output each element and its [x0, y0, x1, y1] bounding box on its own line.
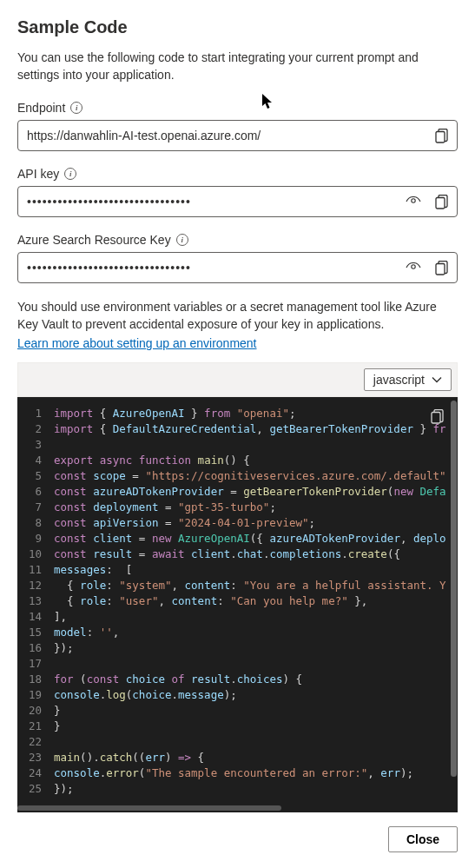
api-key-input[interactable]: [27, 195, 398, 209]
search-key-input[interactable]: [27, 261, 398, 275]
language-select[interactable]: javascript: [364, 368, 452, 391]
code-line: 21}: [17, 719, 458, 734]
code-line: 12 { role: "system", content: "You are a…: [17, 578, 458, 593]
page-title: Sample Code: [17, 17, 458, 37]
search-key-field: Azure Search Resource Key i: [17, 233, 458, 283]
copy-icon[interactable]: [429, 123, 453, 148]
scrollbar-thumb[interactable]: [17, 805, 281, 811]
info-icon[interactable]: i: [70, 102, 82, 114]
code-line: 9const client = new AzureOpenAI({ azureA…: [17, 531, 458, 547]
language-value: javascript: [373, 373, 425, 387]
code-line: 4export async function main() {: [17, 453, 458, 468]
env-link[interactable]: Learn more about setting up an environme…: [17, 336, 257, 350]
code-line: 11messages: [: [17, 562, 458, 578]
language-bar: javascript: [17, 362, 458, 397]
description: You can use the following code to start …: [17, 50, 458, 83]
code-line: 17: [17, 656, 458, 672]
api-key-field: API key i: [17, 167, 458, 217]
copy-code-icon[interactable]: [425, 404, 449, 428]
code-line: 1import { AzureOpenAI } from "openai";: [17, 406, 458, 421]
code-line: 20}: [17, 703, 458, 719]
code-line: 7const deployment = "gpt-35-turbo";: [17, 500, 458, 515]
endpoint-label: Endpoint: [17, 101, 65, 115]
env-note: You should use environment variables or …: [17, 299, 458, 333]
code-line: 24console.error("The sample encountered …: [17, 765, 458, 781]
code-line: 5const scope = "https://cognitiveservice…: [17, 468, 458, 484]
code-line: 16});: [17, 640, 458, 656]
code-line: 2import { DefaultAzureCredential, getBea…: [17, 421, 458, 437]
chevron-down-icon: [432, 376, 442, 383]
svg-point-1: [412, 199, 415, 202]
code-line: 18for (const choice of result.choices) {: [17, 672, 458, 687]
info-icon[interactable]: i: [176, 234, 188, 246]
code-line: 25});: [17, 781, 458, 797]
svg-rect-2: [436, 197, 445, 209]
code-line: 15model: '',: [17, 625, 458, 640]
scrollbar-thumb[interactable]: [451, 401, 457, 776]
svg-rect-5: [432, 412, 440, 423]
horizontal-scrollbar[interactable]: [17, 805, 458, 812]
endpoint-input[interactable]: [27, 129, 426, 142]
copy-icon[interactable]: [429, 189, 453, 214]
eye-icon[interactable]: [401, 189, 426, 214]
svg-rect-0: [436, 131, 445, 142]
api-key-label: API key: [17, 167, 59, 181]
code-line: 14],: [17, 609, 458, 625]
code-line: 3: [17, 437, 458, 453]
code-scroll[interactable]: 1import { AzureOpenAI } from "openai";2i…: [17, 397, 458, 805]
svg-rect-4: [436, 263, 445, 275]
info-icon[interactable]: i: [64, 168, 76, 180]
code-line: 19console.log(choice.message);: [17, 687, 458, 703]
search-key-label: Azure Search Resource Key: [17, 233, 171, 247]
endpoint-field: Endpoint i: [17, 101, 458, 151]
vertical-scrollbar[interactable]: [449, 397, 458, 805]
code-line: 23main().catch((err) => {: [17, 750, 458, 765]
code-line: 22: [17, 734, 458, 750]
copy-icon[interactable]: [429, 255, 453, 280]
code-line: 10const result = await client.chat.compl…: [17, 547, 458, 562]
code-block: 1import { AzureOpenAI } from "openai";2i…: [17, 397, 458, 805]
code-line: 6const azureADTokenProvider = getBearerT…: [17, 484, 458, 500]
close-button[interactable]: Close: [388, 826, 458, 852]
code-line: 13 { role: "user", content: "Can you hel…: [17, 593, 458, 609]
eye-icon[interactable]: [401, 255, 426, 280]
svg-point-3: [412, 265, 415, 268]
code-line: 8const apiVersion = "2024-04-01-preview"…: [17, 515, 458, 531]
